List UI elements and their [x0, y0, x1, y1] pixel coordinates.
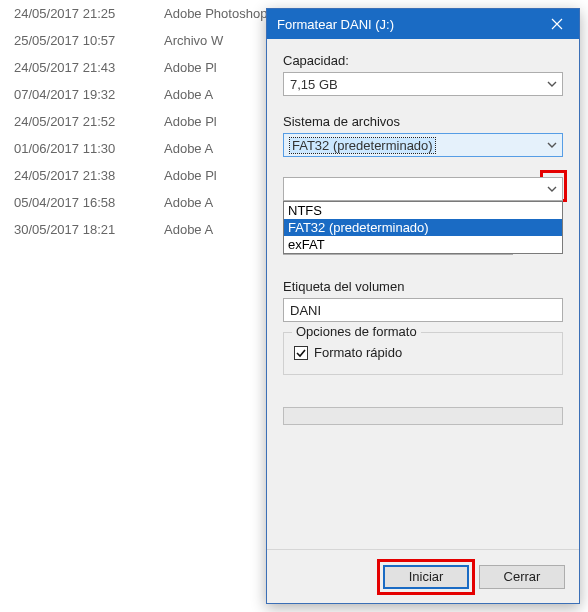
chevron-down-icon: [542, 73, 562, 95]
filesystem-option-ntfs[interactable]: NTFS: [284, 202, 562, 219]
file-date: 24/05/2017 21:38: [14, 168, 164, 183]
quick-format-label: Formato rápido: [314, 345, 402, 360]
file-date: 01/06/2017 11:30: [14, 141, 164, 156]
volume-label: Etiqueta del volumen: [283, 279, 563, 294]
volume-input[interactable]: DANI: [283, 298, 563, 322]
titlebar[interactable]: Formatear DANI (J:): [267, 9, 579, 39]
capacity-value: 7,15 GB: [290, 77, 338, 92]
filesystem-value: FAT32 (predeterminado): [290, 138, 435, 153]
volume-value: DANI: [290, 303, 321, 318]
close-label: Cerrar: [504, 569, 541, 584]
file-date: 24/05/2017 21:43: [14, 60, 164, 75]
chevron-down-icon[interactable]: [542, 134, 562, 156]
filesystem-option-fat32[interactable]: FAT32 (predeterminado): [284, 219, 562, 236]
chevron-down-icon: [542, 178, 562, 200]
filesystem-dropdown[interactable]: NTFS FAT32 (predeterminado) exFAT: [283, 201, 563, 254]
format-dialog: Formatear DANI (J:) Capacidad: 7,15 GB S…: [266, 8, 580, 604]
allocation-combo[interactable]: [283, 177, 563, 201]
capacity-combo[interactable]: 7,15 GB: [283, 72, 563, 96]
file-date: 25/05/2017 10:57: [14, 33, 164, 48]
dialog-footer: Iniciar Cerrar: [267, 549, 579, 603]
format-options-legend: Opciones de formato: [292, 324, 421, 339]
close-icon[interactable]: [535, 9, 579, 39]
format-options-group: Opciones de formato Formato rápido: [283, 332, 563, 375]
filesystem-label: Sistema de archivos: [283, 114, 563, 129]
filesystem-option-exfat[interactable]: exFAT: [284, 236, 562, 253]
quick-format-row[interactable]: Formato rápido: [294, 345, 552, 360]
capacity-label: Capacidad:: [283, 53, 563, 68]
annotation-highlight: [377, 559, 475, 595]
close-button[interactable]: Cerrar: [479, 565, 565, 589]
filesystem-combo[interactable]: FAT32 (predeterminado): [283, 133, 563, 157]
dialog-body: Capacidad: 7,15 GB Sistema de archivos F…: [267, 39, 579, 549]
progress-bar: [283, 407, 563, 425]
file-date: 24/05/2017 21:25: [14, 6, 164, 21]
file-date: 24/05/2017 21:52: [14, 114, 164, 129]
file-date: 30/05/2017 18:21: [14, 222, 164, 237]
file-date: 05/04/2017 16:58: [14, 195, 164, 210]
dialog-title: Formatear DANI (J:): [277, 17, 535, 32]
quick-format-checkbox[interactable]: [294, 346, 308, 360]
file-date: 07/04/2017 19:32: [14, 87, 164, 102]
